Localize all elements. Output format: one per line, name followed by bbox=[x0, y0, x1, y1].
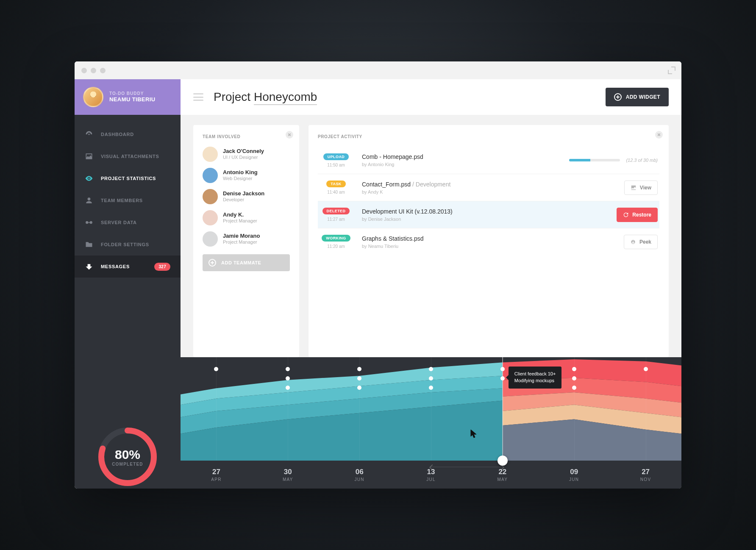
sidebar-item-visual-attachments[interactable]: VISUAL ATTACHMENTS bbox=[75, 145, 181, 167]
progress-label: COMPLETED bbox=[112, 462, 143, 467]
cursor-icon bbox=[470, 429, 477, 439]
user-icon bbox=[85, 196, 93, 205]
sidebar-item-label: TEAM MEMBERS bbox=[101, 198, 143, 203]
member-role: Project Manager bbox=[223, 218, 257, 224]
activity-author: by Neamu Tiberiu bbox=[362, 244, 616, 249]
menu-icon[interactable] bbox=[193, 93, 203, 101]
main-area: Project Honeycomb ADD WIDGET TEAM INVOLV… bbox=[181, 79, 681, 489]
progress-text: 80% COMPLETED bbox=[96, 425, 159, 489]
status-tag: DELETED bbox=[322, 208, 350, 214]
event-dot bbox=[357, 367, 361, 371]
sidebar-item-dashboard[interactable]: DASHBOARD bbox=[75, 123, 181, 145]
timeline-tick[interactable]: 09JUN bbox=[538, 461, 610, 489]
activity-time: 11:20 am bbox=[327, 244, 345, 249]
timeline-tick[interactable]: 30MAY bbox=[252, 461, 324, 489]
tooltip-line: Client feedback 10+ bbox=[514, 371, 556, 378]
activity-title: Comb - Homepage.psd bbox=[362, 153, 561, 160]
team-member[interactable]: Antonio KingWeb Designer bbox=[203, 168, 290, 183]
avatar bbox=[203, 210, 218, 225]
app-window: TO-DO BUDDY NEAMU TIBERIU DASHBOARDVISUA… bbox=[75, 61, 681, 489]
gridline bbox=[646, 357, 646, 461]
sidebar-item-project-statistics[interactable]: PROJECT STATISTICS bbox=[75, 167, 181, 189]
page-title-highlight: Honeycomb bbox=[254, 90, 317, 105]
traffic-zoom[interactable] bbox=[100, 68, 106, 73]
view-button[interactable]: View bbox=[624, 181, 658, 195]
upload-progress bbox=[569, 159, 620, 161]
team-member[interactable]: Jack O'ConnelyUI / UX Designer bbox=[203, 147, 290, 162]
tick-month: MAY bbox=[283, 477, 293, 482]
event-dot bbox=[429, 367, 433, 371]
timeline-range bbox=[431, 467, 503, 467]
timeline-tick[interactable]: 27APR bbox=[181, 461, 252, 489]
member-name: Jamie Morano bbox=[223, 233, 260, 239]
timeline-chart[interactable]: 27APR30MAY06JUN13JUL22MAY09JUN27NOV Clie… bbox=[181, 357, 681, 489]
avatar bbox=[203, 168, 218, 183]
app-body: TO-DO BUDDY NEAMU TIBERIU DASHBOARDVISUA… bbox=[75, 79, 681, 489]
avatar bbox=[203, 147, 218, 162]
activity-title: Development UI Kit (v.12.08.2013) bbox=[362, 208, 609, 215]
member-role: Web Designer bbox=[223, 176, 258, 182]
team-member[interactable]: Andy K.Project Manager bbox=[203, 210, 290, 225]
close-icon[interactable] bbox=[286, 131, 293, 139]
traffic-minimize[interactable] bbox=[91, 68, 96, 73]
sidebar-item-folder-settings[interactable]: FOLDER SETTINGS bbox=[75, 233, 181, 256]
expand-icon[interactable] bbox=[668, 67, 675, 74]
activity-list: UPLOAD11:50 amComb - Homepage.psdby Anto… bbox=[318, 147, 659, 255]
app-label: TO-DO BUDDY bbox=[109, 91, 155, 96]
event-dot bbox=[286, 386, 290, 390]
image-icon bbox=[85, 152, 93, 161]
add-widget-button[interactable]: ADD WIDGET bbox=[606, 88, 669, 106]
window-titlebar bbox=[75, 61, 681, 79]
team-card-title: TEAM INVOLVED bbox=[203, 134, 290, 139]
activity-row: TASK11:40 amContact_Form.psd / Developme… bbox=[318, 174, 659, 201]
traffic-close[interactable] bbox=[81, 68, 87, 73]
infinity-icon bbox=[85, 218, 93, 227]
button-label: Restore bbox=[632, 212, 651, 218]
dashboard-icon bbox=[85, 130, 93, 139]
timeline-tooltip: Client feedback 10+Modifying mockups bbox=[509, 367, 562, 389]
profile-block[interactable]: TO-DO BUDDY NEAMU TIBERIU bbox=[75, 79, 181, 115]
content-row: TEAM INVOLVED Jack O'ConnelyUI / UX Desi… bbox=[181, 115, 681, 357]
team-card: TEAM INVOLVED Jack O'ConnelyUI / UX Desi… bbox=[193, 125, 299, 357]
activity-time: 11:40 am bbox=[327, 190, 345, 194]
page-header: Project Honeycomb ADD WIDGET bbox=[181, 79, 681, 115]
traffic-lights bbox=[81, 68, 106, 73]
sidebar-item-messages[interactable]: MESSAGES327 bbox=[75, 256, 181, 278]
member-name: Antonio King bbox=[223, 169, 258, 176]
timeline-marker[interactable] bbox=[498, 456, 508, 466]
event-dot bbox=[286, 367, 290, 371]
sidebar-item-team-members[interactable]: TEAM MEMBERS bbox=[75, 189, 181, 211]
event-dot bbox=[286, 376, 290, 381]
member-name: Jack O'Connely bbox=[223, 148, 264, 155]
timeline-tick[interactable]: 13JUL bbox=[395, 461, 467, 489]
profile-name: NEAMU TIBERIU bbox=[109, 96, 155, 103]
activity-title: Contact_Form.psd / Development bbox=[362, 181, 617, 188]
member-name: Denise Jackson bbox=[223, 190, 264, 197]
add-teammate-button[interactable]: ADD TEAMMATE bbox=[203, 254, 290, 271]
status-tag: WORKING bbox=[322, 235, 350, 242]
activity-title: Graphs & Statistics.psd bbox=[362, 235, 616, 242]
activity-author: by Denise Jackson bbox=[362, 217, 609, 222]
activity-author: by Andy K bbox=[362, 189, 617, 194]
sidebar-item-server-data[interactable]: SERVER DATA bbox=[75, 211, 181, 233]
add-widget-label: ADD WIDGET bbox=[626, 94, 660, 100]
tick-day: 30 bbox=[284, 468, 292, 476]
event-dot bbox=[644, 367, 648, 371]
team-member[interactable]: Jamie MoranoProject Manager bbox=[203, 231, 290, 247]
sidebar-spacer bbox=[75, 278, 181, 412]
timeline-tick[interactable]: 06JUN bbox=[324, 461, 395, 489]
restore-button[interactable]: Restore bbox=[617, 208, 658, 222]
gridline bbox=[216, 357, 217, 461]
plus-circle-icon bbox=[614, 93, 622, 101]
gridline bbox=[288, 357, 288, 461]
timeline-tick[interactable]: 27NOV bbox=[610, 461, 681, 489]
progress-ring: 80% COMPLETED bbox=[96, 425, 159, 489]
inbox-icon bbox=[85, 262, 93, 271]
close-icon[interactable] bbox=[655, 131, 663, 139]
tick-day: 06 bbox=[356, 468, 364, 476]
peek-button[interactable]: Peek bbox=[624, 235, 658, 249]
team-member[interactable]: Denise JacksonDeveloper bbox=[203, 189, 290, 204]
upload-size: (12.3 of 30 mb) bbox=[626, 158, 658, 163]
sidebar-item-label: DASHBOARD bbox=[101, 132, 134, 137]
tick-month: JUN bbox=[569, 477, 579, 482]
